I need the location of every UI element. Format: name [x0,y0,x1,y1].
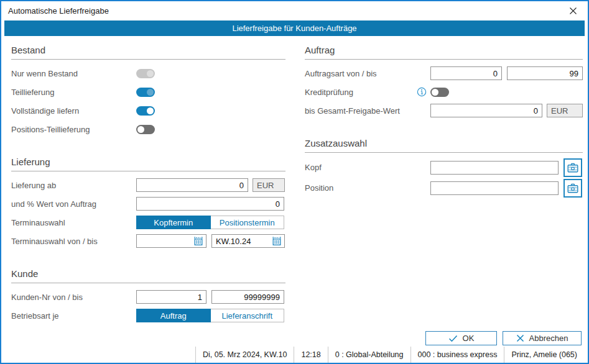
statusbar-time: 12:18 [294,347,327,363]
briefcase-icon [567,163,578,173]
betriebsart-lieferanschrift-button[interactable]: Lieferanschrift [211,309,285,322]
row-kreditpruefung: Kreditprüfung [305,83,583,101]
terminauswahl-positionstermin-button[interactable]: Positionstermin [211,216,285,229]
label-terminauswahl-von-bis: Terminauswahl von / bis [11,237,136,246]
row-nur-wenn-bestand: Nur wenn Bestand [11,64,285,83]
label-kreditpruefung: Kreditprüfung [305,88,430,97]
statusbar: Di, 05. Mrz 2024, KW.10 12:18 0 : Global… [195,347,584,363]
ok-button[interactable]: OK [425,331,497,345]
auftragsart-von-input[interactable] [430,66,502,80]
label-lieferung-ab: Lieferung ab [11,181,136,190]
row-auftragsart: Auftragsart von / bis [305,64,583,83]
cancel-button-label: Abbrechen [529,334,568,343]
kunden-nr-bis-input[interactable] [211,290,284,304]
row-positions-teillieferung: Positions-Teillieferung [11,120,285,139]
calendar-icon[interactable] [193,236,203,246]
section-title-kunde: Kunde [11,268,285,283]
label-freigabe-wert: bis Gesamt-Freigabe-Wert [305,106,430,116]
label-betriebsart: Betriebsart je [11,311,136,321]
toggle-positions-teillieferung[interactable] [136,125,155,134]
row-teillieferung: Teillieferung [11,83,285,101]
x-icon [516,334,524,342]
info-icon[interactable] [417,87,427,97]
briefcase-icon [567,183,578,193]
label-kunden-nr: Kunden-Nr von / bis [11,293,136,302]
terminauswahl-kopftermin-button[interactable]: Kopftermin [136,216,211,229]
kopf-input[interactable] [430,161,559,175]
kunden-nr-von-input[interactable] [136,290,206,304]
row-lieferung-ab: Lieferung ab EUR [11,176,285,194]
label-position: Position [305,183,430,193]
section-title-auftrag: Auftrag [305,45,583,60]
toggle-kreditpruefung[interactable] [430,88,449,97]
betriebsart-auftrag-button[interactable]: Auftrag [136,309,211,322]
calendar-icon[interactable] [272,236,282,246]
dialog-header-banner: Lieferfreigabe für Kunden-Aufträge [4,20,585,36]
label-terminauswahl: Terminauswahl [11,218,136,227]
section-kunde: Kunde Kunden-Nr von / bis Betriebsart je… [11,268,285,325]
row-terminauswahl: Terminauswahl Kopftermin Positionstermin [11,213,285,232]
label-auftragsart: Auftragsart von / bis [305,69,430,78]
termin-von-input[interactable] [138,237,193,246]
footer-buttons: OK Abbrechen [425,331,582,345]
termin-bis-field [211,234,285,248]
row-freigabe-wert: bis Gesamt-Freigabe-Wert EUR [305,101,583,120]
dialog-window: Automatische Lieferfreigabe Lieferfreiga… [0,0,589,364]
statusbar-department: 0 : Global-Abteilung [328,347,410,363]
freigabe-wert-input[interactable] [430,104,542,117]
row-kopf: Kopf [305,157,583,178]
cancel-button[interactable]: Abbrechen [503,331,582,345]
position-input[interactable] [430,181,559,195]
row-betriebsart: Betriebsart je Auftrag Lieferanschrift [11,306,285,325]
section-title-bestand: Bestand [11,45,285,60]
statusbar-user: Prinz, Amelie (065) [504,347,584,363]
label-kopf: Kopf [305,163,430,172]
section-title-zusatzauswahl: Zusatzauswahl [305,138,583,153]
label-nur-wenn-bestand: Nur wenn Bestand [11,69,136,78]
section-lieferung: Lieferung Lieferung ab EUR und % Wert vo… [11,157,285,250]
row-vollstaendige-liefern: Vollständige liefern [11,101,285,120]
row-kunden-nr: Kunden-Nr von / bis [11,288,285,306]
betriebsart-segmented: Auftrag Lieferanschrift [136,309,284,322]
label-positions-teillieferung: Positions-Teillieferung [11,125,136,134]
section-zusatzauswahl: Zusatzauswahl Kopf Position [305,138,583,198]
termin-bis-input[interactable] [213,237,272,246]
titlebar: Automatische Lieferfreigabe [1,1,588,20]
check-icon [448,335,458,342]
lieferung-ab-input[interactable] [136,178,248,192]
section-auftrag: Auftrag Auftragsart von / bis Kreditprüf… [305,45,583,120]
section-title-lieferung: Lieferung [11,157,285,171]
freigabe-wert-currency: EUR [547,104,583,117]
row-terminauswahl-von-bis: Terminauswahl von / bis [11,232,285,250]
prozent-wert-input[interactable] [136,197,284,211]
label-vollstaendige-liefern: Vollständige liefern [11,106,136,116]
label-teillieferung: Teillieferung [11,88,136,97]
statusbar-company: 000 : business express [410,347,504,363]
ok-button-label: OK [463,334,475,343]
toggle-nur-wenn-bestand[interactable] [136,69,155,78]
label-prozent-wert: und % Wert von Auftrag [11,199,136,209]
close-icon[interactable] [565,5,581,17]
terminauswahl-segmented: Kopftermin Positionstermin [136,216,284,229]
section-bestand: Bestand Nur wenn Bestand Teillieferung V… [11,45,285,139]
kopf-selection-button[interactable] [563,158,582,177]
lieferung-ab-currency: EUR [253,178,285,192]
termin-von-field [136,234,206,248]
row-position: Position [305,178,583,198]
toggle-vollstaendige-liefern[interactable] [136,106,155,116]
row-prozent-wert: und % Wert von Auftrag [11,194,285,213]
statusbar-date: Di, 05. Mrz 2024, KW.10 [195,347,294,363]
toggle-teillieferung[interactable] [136,88,155,97]
window-title: Automatische Lieferfreigabe [8,6,109,16]
auftragsart-bis-input[interactable] [507,66,583,80]
position-selection-button[interactable] [563,179,582,198]
